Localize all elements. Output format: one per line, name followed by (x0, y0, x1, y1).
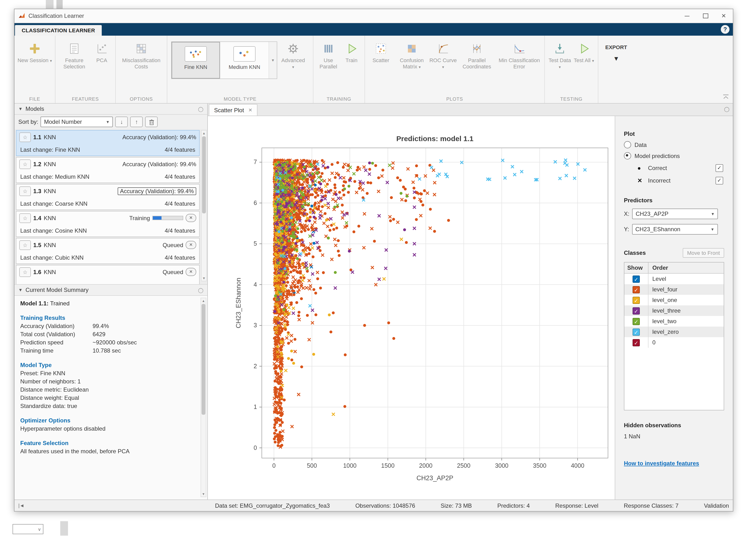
favorite-star-button[interactable]: ☆ (19, 159, 31, 169)
panel-menu-icon[interactable]: ◯ (198, 287, 204, 293)
test-data-icon (552, 41, 567, 56)
class-visibility-checkbox[interactable]: ✓ (632, 286, 640, 293)
scatter-plot-button[interactable]: Scatter (367, 37, 394, 64)
delete-model-button[interactable] (145, 116, 158, 127)
summary-scrollbar[interactable]: ▲ ▼ (201, 298, 206, 497)
scroll-up-icon[interactable]: ▲ (201, 298, 206, 303)
correct-checkbox[interactable]: ✓ (715, 164, 723, 172)
class-name: Level (648, 275, 666, 282)
sort-ascending-button[interactable]: ↑ (131, 116, 143, 127)
test-all-button[interactable]: Test All ▾ (572, 37, 596, 64)
radio-data[interactable]: Data (624, 141, 733, 148)
class-visibility-checkbox[interactable]: ✓ (632, 328, 640, 336)
model-card[interactable]: ☆1.6KNNQueued✕ (16, 265, 200, 284)
sort-by-label: Sort by: (18, 118, 38, 125)
scroll-up-icon[interactable]: ▲ (202, 130, 206, 136)
use-parallel-button[interactable]: Use Parallel (316, 37, 341, 70)
class-visibility-checkbox[interactable]: ✓ (632, 339, 640, 346)
sort-descending-button[interactable]: ↓ (116, 116, 128, 127)
maximize-button[interactable] (696, 9, 714, 23)
ribbon-group-training: Use Parallel Train TRAINING (313, 36, 365, 103)
scroll-down-icon[interactable]: ▼ (202, 275, 206, 281)
favorite-star-button[interactable]: ☆ (19, 240, 31, 250)
model-card[interactable]: ☆1.4KNNTraining✕Last change: Cosine KNN4… (16, 211, 200, 237)
investigate-features-link[interactable]: How to investigate features (624, 460, 699, 467)
test-all-play-icon (577, 41, 591, 56)
skip-to-start-icon[interactable]: |◄ (18, 503, 24, 508)
model-gallery: Fine KNN Medium KNN ▾ (171, 41, 277, 79)
roc-curve-button[interactable]: ROC Curve ▾ (429, 37, 457, 70)
parallel-coordinates-button[interactable]: Parallel Coordinates (457, 37, 497, 70)
incorrect-checkbox[interactable]: ✓ (715, 177, 723, 185)
advanced-button[interactable]: Advanced▾ (277, 37, 309, 70)
confusion-matrix-button[interactable]: Confusion Matrix ▾ (394, 37, 429, 70)
close-button[interactable]: ✕ (714, 9, 733, 23)
scrollbar-thumb[interactable] (202, 304, 205, 415)
models-panel-header[interactable]: ▼ Models ◯ (15, 104, 207, 115)
class-visibility-checkbox[interactable]: ✓ (632, 318, 640, 325)
tab-classification-learner[interactable]: CLASSIFICATION LEARNER (15, 25, 102, 36)
summary-model-line: Model 1.1: Trained (20, 300, 195, 308)
cancel-queued-button[interactable]: ✕ (186, 241, 196, 249)
x-predictor-dropdown[interactable]: CH23_AP2P▼ (632, 208, 718, 219)
model-card[interactable]: ☆1.5KNNQueued✕Last change: Cubic KNN4/4 … (16, 238, 200, 264)
new-session-button[interactable]: New Session ▾ (17, 37, 52, 64)
models-scrollbar[interactable]: ▲ ▼ (201, 130, 207, 281)
ribbon-group-testing: Test Data ▾ Test All ▾ TESTING (545, 36, 598, 103)
desktop-dropdown[interactable]: v (13, 524, 44, 534)
panel-menu-icon[interactable]: ◯ (724, 107, 729, 112)
misclassification-costs-button[interactable]: Misclassification Costs (118, 37, 164, 70)
collapse-ribbon-button[interactable] (723, 93, 729, 101)
train-button[interactable]: Train (341, 37, 362, 64)
tab-scatter-plot[interactable]: Scatter Plot✕ (209, 104, 258, 116)
roc-curve-icon (436, 41, 450, 56)
radio-model-predictions[interactable]: Model predictions (624, 152, 733, 159)
min-classification-error-button[interactable]: Min Classification Error (497, 37, 542, 70)
summary-panel-body: Model 1.1: Trained Training ResultsAccur… (15, 296, 207, 500)
minimize-button[interactable] (678, 9, 696, 23)
favorite-star-button[interactable]: ☆ (19, 267, 31, 277)
status-item: Response Classes: 7 (624, 502, 679, 509)
titlebar[interactable]: Classification Learner ✕ (15, 9, 733, 23)
models-panel-title: Models (26, 106, 44, 112)
model-medium-knn[interactable]: Medium KNN (220, 42, 269, 79)
cancel-queued-button[interactable]: ✕ (186, 268, 196, 276)
gallery-expand-button[interactable]: ▾ (269, 42, 277, 79)
pca-button[interactable]: PCA (91, 37, 113, 64)
trash-icon (149, 119, 154, 125)
model-features: 4/4 features (165, 254, 195, 261)
feature-selection-button[interactable]: Feature Selection (58, 37, 91, 70)
model-card[interactable]: ☆1.3KNNAccuracy (Validation): 99.4%Last … (16, 184, 200, 210)
collapse-triangle-icon[interactable]: ▼ (18, 287, 23, 292)
sort-by-dropdown[interactable]: Model Number▼ (41, 116, 113, 127)
summary-section-heading: Optimizer Options (20, 417, 195, 425)
model-card[interactable]: ☆1.1KNNAccuracy (Validation): 99.4%Last … (16, 130, 200, 156)
class-visibility-checkbox[interactable]: ✓ (632, 275, 640, 282)
scatter-plot-canvas[interactable]: 0500100015002000250030003500400001234567… (208, 116, 615, 500)
favorite-star-button[interactable]: ☆ (19, 186, 31, 196)
panel-menu-icon[interactable]: ◯ (198, 106, 204, 112)
favorite-star-button[interactable]: ☆ (19, 213, 31, 223)
ribbon-group-plots: Scatter Confusion Matrix ▾ ROC Curv (365, 36, 545, 103)
scrollbar-thumb[interactable] (202, 136, 206, 213)
scroll-down-icon[interactable]: ▼ (201, 491, 206, 497)
close-tab-icon[interactable]: ✕ (248, 108, 252, 113)
class-visibility-checkbox[interactable]: ✓ (632, 296, 640, 304)
model-fine-knn[interactable]: Fine KNN (172, 42, 220, 79)
favorite-star-button[interactable]: ☆ (19, 132, 31, 142)
summary-line: All features used in the model, before P… (20, 447, 195, 456)
summary-panel-header[interactable]: ▼ Current Model Summary ◯ (15, 284, 207, 296)
chevron-down-icon: ▼ (708, 227, 714, 231)
help-button[interactable]: ? (721, 25, 729, 34)
svg-text:6: 6 (254, 199, 257, 206)
misclassification-costs-icon (134, 41, 148, 56)
class-visibility-checkbox[interactable]: ✓ (632, 307, 640, 314)
model-card[interactable]: ☆1.2KNNAccuracy (Validation): 99.4%Last … (16, 157, 200, 183)
move-to-front-button[interactable]: Move to Front (683, 248, 724, 258)
summary-line: Distance weight: Equal (20, 394, 195, 402)
test-data-button[interactable]: Test Data ▾ (547, 37, 572, 70)
export-button[interactable]: EXPORT ▼ (601, 37, 632, 62)
collapse-triangle-icon[interactable]: ▼ (18, 107, 23, 111)
cancel-training-button[interactable]: ✕ (186, 214, 196, 222)
y-predictor-dropdown[interactable]: CH23_EShannon▼ (632, 224, 718, 235)
